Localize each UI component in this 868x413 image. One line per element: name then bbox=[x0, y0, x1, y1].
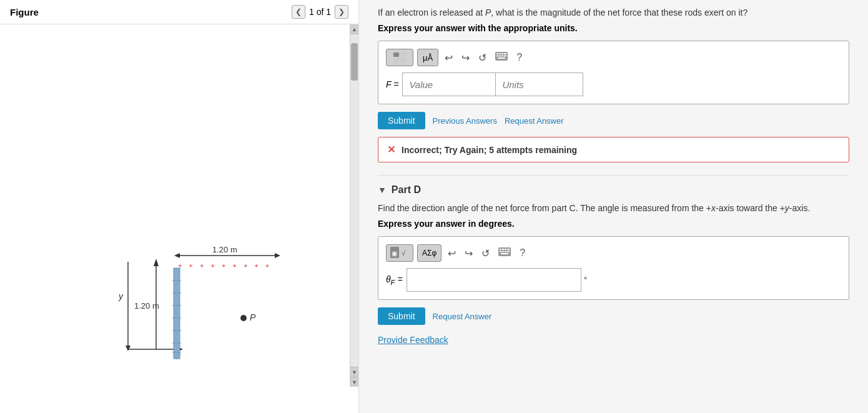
input-row-d: θF = ° bbox=[386, 268, 841, 292]
theta-input[interactable] bbox=[407, 268, 581, 292]
svg-marker-7 bbox=[154, 259, 159, 266]
svg-rect-31 bbox=[501, 53, 503, 54]
sqrt-button[interactable]: ▣ √ bbox=[386, 244, 413, 262]
part-d-title: Part D bbox=[392, 184, 421, 196]
part-d-header: ▼ Part D bbox=[378, 184, 849, 196]
part-d-instruction: Express your answer in degrees. bbox=[378, 219, 849, 229]
separator bbox=[378, 175, 849, 176]
submit-row-c: Submit Previous Answers Request Answer bbox=[378, 112, 849, 129]
input-row-c: F = bbox=[386, 72, 841, 96]
part-d-collapse-arrow[interactable]: ▼ bbox=[378, 185, 387, 195]
figure-header: Figure ❮ 1 of 1 ❯ bbox=[0, 0, 358, 24]
nav-next-button[interactable]: ❯ bbox=[335, 5, 348, 19]
svg-rect-26 bbox=[393, 58, 399, 62]
svg-text:1.20 m: 1.20 m bbox=[212, 245, 237, 254]
previous-answers-link[interactable]: Previous Answers bbox=[433, 116, 497, 126]
svg-rect-27 bbox=[400, 58, 406, 62]
scroll-down-arrow[interactable]: ▼ bbox=[350, 367, 358, 377]
svg-rect-44 bbox=[502, 249, 504, 250]
figure-diagram: y x 1.20 m 1.20 m + + + + + + + + + bbox=[12, 43, 343, 387]
svg-rect-49 bbox=[505, 251, 506, 252]
figure-scrollbar[interactable]: ▲ ▼ ▼ bbox=[350, 24, 358, 387]
scroll-up-arrow[interactable]: ▲ bbox=[350, 24, 358, 34]
matrix-button[interactable] bbox=[386, 49, 413, 66]
theta-label: θF = bbox=[386, 274, 403, 286]
svg-rect-48 bbox=[502, 251, 504, 252]
svg-rect-25 bbox=[400, 52, 406, 57]
request-answer-link-d[interactable]: Request Answer bbox=[433, 312, 492, 321]
refresh-button[interactable]: ↺ bbox=[476, 51, 489, 65]
svg-marker-1 bbox=[126, 346, 131, 351]
units-input[interactable] bbox=[496, 72, 583, 96]
keyboard-button-d[interactable] bbox=[496, 246, 513, 260]
help-button-d[interactable]: ? bbox=[517, 246, 528, 260]
svg-text:+ + + + + + + + +: + + + + + + + + + bbox=[178, 262, 272, 269]
error-icon: ✕ bbox=[387, 144, 395, 156]
toolbar-c: μÅ ↩ ↪ ↺ ? bbox=[386, 49, 841, 66]
undo-button[interactable]: ↩ bbox=[442, 51, 455, 65]
svg-rect-47 bbox=[500, 251, 501, 252]
keyboard-button[interactable] bbox=[493, 51, 510, 64]
figure-content: y x 1.20 m 1.20 m + + + + + + + + + bbox=[0, 24, 358, 387]
keyboard-icon bbox=[495, 52, 508, 61]
svg-rect-32 bbox=[504, 53, 506, 54]
svg-rect-33 bbox=[496, 56, 498, 57]
nav-prev-button[interactable]: ❮ bbox=[292, 5, 305, 19]
svg-text:√: √ bbox=[402, 249, 406, 257]
nav-current: 1 of 1 bbox=[309, 7, 331, 17]
question-instruction: Express your answer with the appropriate… bbox=[378, 23, 849, 33]
ase-button[interactable]: ΑΣφ bbox=[417, 244, 441, 262]
request-answer-link[interactable]: Request Answer bbox=[505, 116, 564, 126]
svg-rect-46 bbox=[507, 249, 510, 250]
undo-button-d[interactable]: ↩ bbox=[445, 246, 458, 261]
svg-rect-34 bbox=[499, 56, 501, 57]
submit-row-d: Submit Request Answer bbox=[378, 307, 849, 325]
figure-title: Figure bbox=[10, 7, 39, 17]
svg-rect-50 bbox=[507, 251, 510, 252]
redo-button[interactable]: ↪ bbox=[459, 51, 472, 65]
svg-point-22 bbox=[240, 315, 247, 321]
value-input[interactable] bbox=[402, 72, 496, 96]
scroll-thumb[interactable] bbox=[351, 43, 358, 81]
error-box: ✕ Incorrect; Try Again; 5 attempts remai… bbox=[378, 137, 849, 162]
scroll-down-arrow2[interactable]: ▼ bbox=[350, 377, 358, 387]
svg-rect-14 bbox=[174, 268, 180, 359]
svg-rect-51 bbox=[501, 253, 508, 254]
svg-text:▣: ▣ bbox=[392, 250, 397, 257]
right-panel: If an electron is released at P, what is… bbox=[359, 0, 868, 413]
refresh-button-d[interactable]: ↺ bbox=[479, 246, 492, 261]
svg-marker-11 bbox=[275, 253, 280, 258]
keyboard-icon-d bbox=[498, 247, 511, 256]
svg-rect-45 bbox=[505, 249, 506, 250]
matrix-icon bbox=[393, 52, 407, 63]
submit-button-c[interactable]: Submit bbox=[378, 112, 425, 129]
figure-nav: ❮ 1 of 1 ❯ bbox=[292, 5, 348, 19]
svg-rect-35 bbox=[501, 56, 503, 57]
svg-rect-24 bbox=[393, 52, 399, 57]
answer-box-d: ▣ √ ΑΣφ ↩ ↪ ↺ bbox=[378, 236, 849, 300]
degree-symbol: ° bbox=[584, 275, 588, 285]
redo-button-d[interactable]: ↪ bbox=[462, 246, 475, 261]
provide-feedback-link[interactable]: Provide Feedback bbox=[378, 335, 849, 345]
question-intro: If an electron is released at P, what is… bbox=[378, 6, 849, 19]
svg-text:1.20 m: 1.20 m bbox=[134, 301, 159, 311]
svg-rect-37 bbox=[498, 57, 505, 59]
toolbar-d: ▣ √ ΑΣφ ↩ ↪ ↺ bbox=[386, 244, 841, 262]
svg-rect-29 bbox=[496, 53, 498, 54]
svg-text:y: y bbox=[118, 291, 124, 301]
svg-text:P: P bbox=[250, 312, 256, 322]
part-d-question: Find the direction angle of the net forc… bbox=[378, 202, 849, 215]
svg-rect-43 bbox=[500, 249, 501, 250]
left-panel: Figure ❮ 1 of 1 ❯ y x 1.20 m bbox=[0, 0, 359, 413]
help-button[interactable]: ? bbox=[514, 51, 525, 64]
svg-marker-10 bbox=[174, 253, 180, 258]
answer-box-c: μÅ ↩ ↪ ↺ ? F bbox=[378, 41, 849, 104]
submit-button-d[interactable]: Submit bbox=[378, 307, 425, 325]
error-text: Incorrect; Try Again; 5 attempts remaini… bbox=[402, 145, 577, 155]
svg-rect-36 bbox=[504, 56, 506, 57]
svg-rect-30 bbox=[499, 53, 501, 54]
f-label: F = bbox=[386, 79, 398, 89]
sqrt-icon: ▣ √ bbox=[390, 247, 409, 259]
mu-button[interactable]: μÅ bbox=[417, 49, 438, 66]
